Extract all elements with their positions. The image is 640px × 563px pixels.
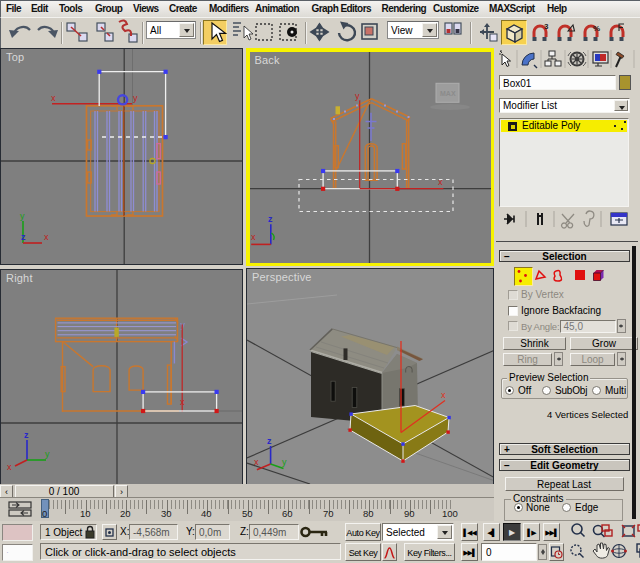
svg-text:x: x [251, 232, 256, 242]
svg-text:x: x [438, 176, 443, 186]
svg-text:y: y [181, 320, 186, 330]
svg-text:x: x [441, 390, 446, 400]
svg-text:x: x [7, 462, 12, 472]
svg-text:z: z [24, 430, 29, 440]
svg-text:x: x [254, 457, 259, 467]
svg-text:%: % [593, 24, 600, 33]
svg-text:x: x [180, 397, 185, 407]
svg-text:z: z [21, 232, 26, 242]
svg-text:x: x [51, 93, 56, 103]
svg-text:y: y [133, 93, 138, 103]
svg-text:z: z [267, 436, 272, 446]
svg-text:MAX: MAX [440, 90, 456, 97]
svg-text:z: z [268, 214, 273, 224]
svg-text:y: y [355, 91, 360, 101]
svg-text:3: 3 [544, 22, 549, 31]
svg-text:y: y [282, 457, 287, 467]
svg-text:x: x [44, 232, 49, 242]
svg-text:y: y [45, 449, 50, 459]
svg-text:y: y [20, 211, 25, 221]
